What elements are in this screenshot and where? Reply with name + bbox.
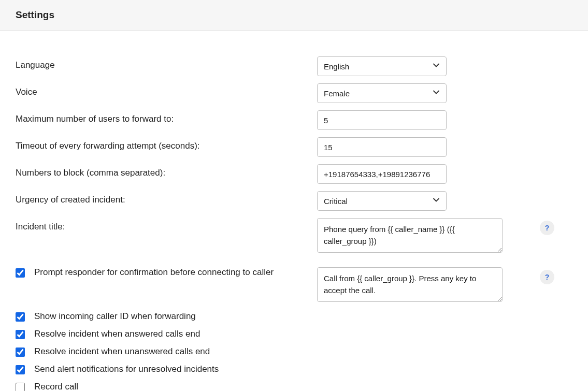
urgency-select[interactable]: Critical bbox=[317, 191, 447, 211]
incident-title-textarea[interactable] bbox=[317, 218, 503, 253]
label-max-users: Maximum number of users to forward to: bbox=[16, 110, 317, 124]
resolve-unanswered-checkbox[interactable] bbox=[16, 347, 25, 357]
max-users-input[interactable] bbox=[317, 110, 447, 130]
label-record-call: Record call bbox=[34, 382, 78, 391]
prompt-responder-checkbox[interactable] bbox=[16, 268, 25, 278]
blocked-numbers-input[interactable] bbox=[317, 164, 447, 184]
label-voice: Voice bbox=[16, 83, 317, 97]
settings-header: Settings bbox=[0, 0, 588, 31]
row-blocked-numbers: Numbers to block (comma separated): bbox=[16, 164, 572, 184]
label-timeout: Timeout of every forwarding attempt (sec… bbox=[16, 137, 317, 151]
label-resolve-unanswered: Resolve incident when unanswered calls e… bbox=[34, 346, 210, 357]
label-language: Language bbox=[16, 56, 317, 70]
prompt-responder-textarea[interactable] bbox=[317, 267, 503, 302]
row-language: Language English bbox=[16, 56, 572, 76]
row-max-users: Maximum number of users to forward to: bbox=[16, 110, 572, 130]
voice-select[interactable]: Female bbox=[317, 83, 447, 103]
resolve-answered-checkbox[interactable] bbox=[16, 330, 25, 339]
settings-form: Language English Voice Female bbox=[0, 31, 588, 391]
timeout-input[interactable] bbox=[317, 137, 447, 157]
row-timeout: Timeout of every forwarding attempt (sec… bbox=[16, 137, 572, 157]
row-incident-title: Incident title: ? bbox=[16, 218, 572, 255]
label-show-caller-id: Show incoming caller ID when forwarding bbox=[34, 311, 196, 322]
label-send-alerts: Send alert notifications for unresolved … bbox=[34, 364, 219, 374]
row-voice: Voice Female bbox=[16, 83, 572, 103]
page-title: Settings bbox=[16, 9, 572, 21]
row-resolve-answered: Resolve incident when answered calls end bbox=[16, 329, 572, 341]
record-call-checkbox[interactable] bbox=[16, 383, 25, 391]
label-resolve-answered: Resolve incident when answered calls end bbox=[34, 329, 200, 339]
send-alerts-checkbox[interactable] bbox=[16, 365, 25, 374]
label-urgency: Urgency of created incident: bbox=[16, 191, 317, 205]
help-button-incident-title[interactable]: ? bbox=[540, 221, 554, 235]
label-incident-title: Incident title: bbox=[16, 218, 317, 232]
label-blocked-numbers: Numbers to block (comma separated): bbox=[16, 164, 317, 178]
row-resolve-unanswered: Resolve incident when unanswered calls e… bbox=[16, 346, 572, 359]
show-caller-id-checkbox[interactable] bbox=[16, 312, 25, 322]
row-send-alerts: Send alert notifications for unresolved … bbox=[16, 364, 572, 376]
row-urgency: Urgency of created incident: Critical bbox=[16, 191, 572, 211]
help-button-prompt-responder[interactable]: ? bbox=[540, 270, 554, 284]
checkbox-list: Show incoming caller ID when forwarding … bbox=[16, 311, 572, 391]
row-prompt-responder: Prompt responder for confirmation before… bbox=[16, 267, 572, 304]
label-prompt-responder: Prompt responder for confirmation before… bbox=[34, 267, 274, 278]
row-record-call: Record call bbox=[16, 382, 572, 391]
row-show-caller-id: Show incoming caller ID when forwarding bbox=[16, 311, 572, 324]
language-select[interactable]: English bbox=[317, 56, 447, 76]
